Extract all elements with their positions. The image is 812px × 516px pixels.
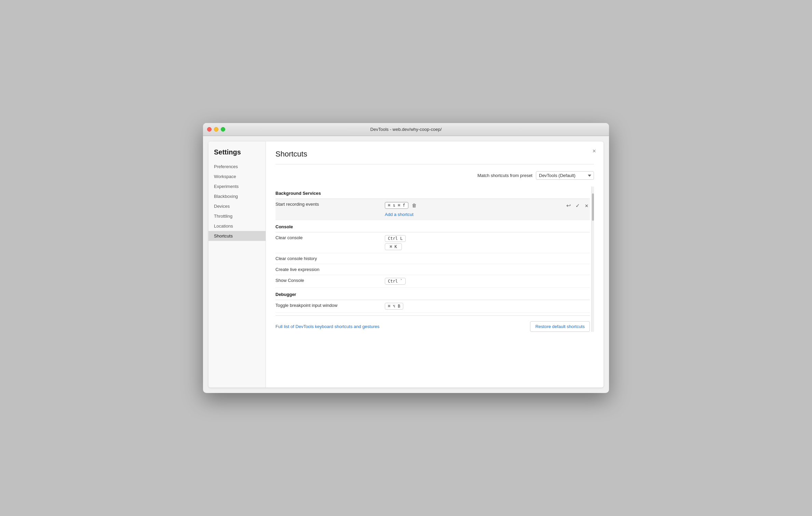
sidebar: Settings Preferences Workspace Experimen… <box>208 141 266 388</box>
fullscreen-traffic-light[interactable] <box>221 127 225 132</box>
shortcut-row-toggle-breakpoint: Toggle breakpoint input window ⌘ ⌥ B <box>275 300 590 313</box>
close-traffic-light[interactable] <box>207 127 212 132</box>
shortcut-name-start-recording: Start recording events <box>275 202 385 207</box>
shortcut-name-toggle-breakpoint: Toggle breakpoint input window <box>275 303 385 308</box>
content-area: Settings Preferences Workspace Experimen… <box>208 141 604 388</box>
shortcut-name-show-console: Show Console <box>275 278 385 283</box>
key-combo-cmd-k: ⌘ K <box>385 243 590 250</box>
cancel-edit-button[interactable] <box>583 202 590 209</box>
key-badge-cmd-opt-b: ⌘ ⌥ B <box>385 303 403 310</box>
traffic-lights <box>207 127 225 132</box>
key-combo-cmd-opt-b: ⌘ ⌥ B <box>385 303 590 310</box>
shortcut-keys-clear-console: Ctrl L ⌘ K <box>385 235 590 250</box>
shortcut-name-create-live-expression: Create live expression <box>275 267 385 272</box>
page-title: Shortcuts <box>275 150 307 159</box>
main-content: × Shortcuts Match shortcuts from preset … <box>266 141 604 388</box>
shortcut-row-create-live-expression: Create live expression <box>275 264 590 275</box>
minimize-traffic-light[interactable] <box>214 127 218 132</box>
x-icon <box>585 203 588 209</box>
shortcut-row-start-recording: Start recording events ⌘ s ⌘ f Add a sho… <box>275 199 590 220</box>
sidebar-item-preferences[interactable]: Preferences <box>208 162 266 172</box>
key-badge-ctrl-backtick: Ctrl ` <box>385 278 406 285</box>
key-combo-row: ⌘ s ⌘ f <box>385 202 565 209</box>
browser-window: DevTools - web.dev/why-coop-coep/ Settin… <box>203 123 609 393</box>
sidebar-item-workspace[interactable]: Workspace <box>208 172 266 181</box>
main-header: Shortcuts <box>275 150 594 164</box>
shortcut-row-clear-console: Clear console Ctrl L ⌘ K <box>275 232 590 253</box>
sidebar-item-throttling[interactable]: Throttling <box>208 211 266 221</box>
scrollbar-track[interactable] <box>591 187 594 332</box>
undo-icon <box>566 202 571 209</box>
shortcut-keys-show-console: Ctrl ` <box>385 278 590 285</box>
section-console: Console <box>275 220 590 232</box>
delete-shortcut-button[interactable] <box>410 202 418 209</box>
shortcuts-scroll[interactable]: Background Services Start recording even… <box>275 187 591 332</box>
sidebar-item-locations[interactable]: Locations <box>208 221 266 231</box>
key-badge-cmd-k: ⌘ K <box>385 243 402 250</box>
shortcuts-scrollable-area: Background Services Start recording even… <box>275 187 594 332</box>
titlebar: DevTools - web.dev/why-coop-coep/ <box>203 123 609 136</box>
preset-select[interactable]: DevTools (Default) Visual Studio Code <box>536 171 594 180</box>
shortcut-keys-start-recording: ⌘ s ⌘ f Add a shortcut <box>385 202 565 217</box>
confirm-button[interactable] <box>574 202 581 209</box>
key-badge-cmd-s-cmd-f: ⌘ s ⌘ f <box>385 202 408 209</box>
sidebar-title: Settings <box>208 148 266 162</box>
preset-label: Match shortcuts from preset <box>477 173 532 178</box>
section-background-services: Background Services <box>275 187 590 199</box>
scrollbar-thumb[interactable] <box>592 193 594 221</box>
full-list-link[interactable]: Full list of DevTools keyboard shortcuts… <box>275 324 379 329</box>
shortcut-name-clear-console: Clear console <box>275 235 385 240</box>
shortcut-row-show-console: Show Console Ctrl ` <box>275 275 590 288</box>
sidebar-item-blackboxing[interactable]: Blackboxing <box>208 191 266 201</box>
key-combo-ctrl-backtick: Ctrl ` <box>385 278 590 285</box>
shortcut-row-clear-console-history: Clear console history <box>275 253 590 264</box>
close-button[interactable]: × <box>590 147 598 155</box>
sidebar-item-shortcuts[interactable]: Shortcuts <box>208 231 266 241</box>
window-title: DevTools - web.dev/why-coop-coep/ <box>370 127 442 132</box>
undo-button[interactable] <box>565 202 572 209</box>
key-combo-ctrl-l: Ctrl L <box>385 235 590 242</box>
check-icon <box>576 203 580 209</box>
sidebar-item-experiments[interactable]: Experiments <box>208 181 266 191</box>
preset-row: Match shortcuts from preset DevTools (De… <box>275 171 594 180</box>
shortcut-keys-toggle-breakpoint: ⌘ ⌥ B <box>385 303 590 310</box>
sidebar-item-devices[interactable]: Devices <box>208 201 266 211</box>
shortcut-name-clear-console-history: Clear console history <box>275 256 385 261</box>
section-debugger: Debugger <box>275 288 590 300</box>
footer: Full list of DevTools keyboard shortcuts… <box>275 315 590 332</box>
restore-defaults-button[interactable]: Restore default shortcuts <box>530 321 590 332</box>
add-shortcut-link[interactable]: Add a shortcut <box>385 212 565 217</box>
edit-actions <box>565 202 590 209</box>
key-badge-ctrl-l: Ctrl L <box>385 235 406 242</box>
trash-icon <box>412 202 417 208</box>
